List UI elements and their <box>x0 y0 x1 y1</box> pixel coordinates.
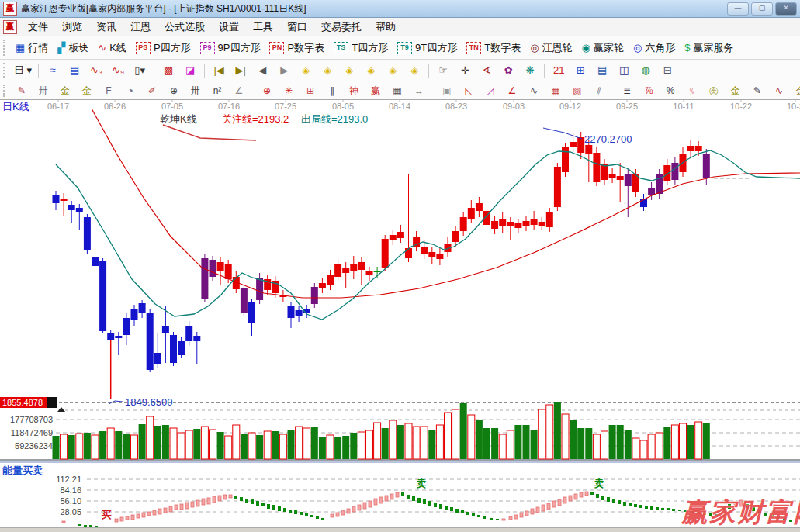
red-grid-arrow-icon[interactable]: ▧ <box>567 83 587 98</box>
menu-item-文件[interactable]: 文件 <box>21 19 55 36</box>
pattern-icon[interactable]: ▩ <box>158 62 178 79</box>
menu-item-浏览[interactable]: 浏览 <box>55 19 89 36</box>
menu-item-工具[interactable]: 工具 <box>246 19 280 36</box>
last-bar-icon[interactable]: ▶| <box>230 62 251 79</box>
number-grid-icon[interactable]: ▦ <box>387 83 407 98</box>
fan-down-icon[interactable]: ◺ <box>459 83 479 98</box>
gann-brain-icon[interactable]: ❋ <box>520 62 540 79</box>
toolbar-button-六角形[interactable]: ◎六角形 <box>629 40 680 57</box>
shen-tool-icon[interactable]: 神 <box>344 83 364 98</box>
menu-item-窗口[interactable]: 窗口 <box>280 19 314 36</box>
marker-pen-icon[interactable]: ✐ <box>142 83 162 98</box>
gann-diamond-star-icon[interactable]: ◈ <box>383 62 403 79</box>
sketch-pen-icon[interactable]: ✎ <box>747 83 767 98</box>
bottom-scrollbar[interactable] <box>0 527 800 532</box>
toolbar-button-赢家服务[interactable]: $赢家服务 <box>680 40 738 57</box>
compass-circle-icon[interactable]: ⊕ <box>164 83 184 98</box>
minimize-button[interactable]: — <box>727 2 749 16</box>
gann-diamond-right-icon[interactable]: ◈ <box>317 62 338 79</box>
box-tool-icon[interactable]: ▣ <box>437 83 457 98</box>
percent-icon[interactable]: % <box>660 83 681 98</box>
red-grid-icon[interactable]: ▦ <box>545 83 566 98</box>
fib-grid-icon[interactable]: F <box>99 83 119 98</box>
chart-area[interactable]: 06-1706-2607-0507-1607-2508-0508-1408-23… <box>0 99 800 527</box>
calendar-icon[interactable]: 21 <box>549 62 569 79</box>
menu-item-交易委托[interactable]: 交易委托 <box>314 19 369 36</box>
grid-box-icon[interactable]: ⊞ <box>300 83 320 98</box>
toolbar-button-T四方形[interactable]: TST四方形 <box>329 40 393 57</box>
n-square-icon[interactable]: n² <box>207 83 227 98</box>
star-burst-icon[interactable]: ✳ <box>279 83 299 98</box>
double-line-icon[interactable]: ∥ <box>322 83 342 98</box>
fan-up-icon[interactable]: ◿ <box>480 83 500 98</box>
toolbar-button-P数字表[interactable]: PNP数字表 <box>265 40 329 57</box>
gold-ratio2-icon[interactable]: 金 <box>77 83 97 98</box>
close-button[interactable]: ✕ <box>775 2 797 16</box>
toolbar-button-P四方形[interactable]: PSP四方形 <box>131 40 196 57</box>
angle-icon[interactable]: ∠ <box>229 83 249 98</box>
candle-style-dropdown[interactable]: ▯▾ <box>130 62 150 79</box>
volume-bar <box>154 426 161 459</box>
web-icon[interactable]: ◍ <box>635 62 656 79</box>
toolbar-grip[interactable] <box>3 63 8 78</box>
volume-bar <box>288 430 295 459</box>
scale-bars-icon[interactable]: ≣ <box>617 83 637 98</box>
menu-item-公式选股[interactable]: 公式选股 <box>158 19 212 36</box>
gann-tick-grid-icon[interactable]: 卅 <box>33 83 54 98</box>
zigzag-icon[interactable]: ≈ <box>43 62 63 79</box>
percent-line-icon[interactable]: ﹪ <box>682 83 702 98</box>
calculator-icon[interactable]: ⊞ <box>570 62 590 79</box>
win-tool-icon[interactable]: 赢 <box>365 83 386 98</box>
gann-diamond-h-icon[interactable]: ◈ <box>339 62 359 79</box>
info-list-icon[interactable]: ▤ <box>64 62 85 79</box>
gold-line-icon[interactable]: 金 <box>726 83 746 98</box>
next-bar-icon[interactable]: ▶ <box>274 62 294 79</box>
gann-diamond-left-icon[interactable]: ◈ <box>296 62 316 79</box>
wave-3-icon[interactable]: ∿₃ <box>86 62 106 79</box>
angle-line-icon[interactable]: ∠ <box>502 83 522 98</box>
notepad-icon[interactable]: ▤ <box>592 62 612 79</box>
draw-pen-icon[interactable]: ✎ <box>12 83 32 98</box>
toolbar-button-江恩轮[interactable]: ◎江恩轮 <box>525 40 577 57</box>
period-day-dropdown[interactable]: 日 ▾ <box>12 62 34 79</box>
maximize-button[interactable]: ▢ <box>751 2 773 16</box>
target-cross-icon[interactable]: ⊕ <box>257 83 277 98</box>
gold-ratio-icon[interactable]: 金 <box>55 83 75 98</box>
cycle-tool-icon[interactable]: ✿ <box>498 62 518 79</box>
wave-avg-icon[interactable]: ∿ <box>769 83 789 98</box>
gann-diamond-x-icon[interactable]: ◈ <box>361 62 381 79</box>
menu-item-资讯[interactable]: 资讯 <box>89 19 123 36</box>
menu-item-设置[interactable]: 设置 <box>212 19 246 36</box>
toolbar-button-板块[interactable]: ▞板块 <box>53 40 93 57</box>
print-icon[interactable]: ⊟ <box>657 62 677 79</box>
gann-diamond-cross-icon[interactable]: ◈ <box>404 62 424 79</box>
toolbar-button-K线[interactable]: ∿K线 <box>93 40 131 57</box>
parallel-lines-icon[interactable]: ⫽ <box>589 83 609 98</box>
prev-bar-icon[interactable]: ◀ <box>252 62 272 79</box>
pan-hand-icon[interactable]: ☞ <box>433 62 453 79</box>
tick-grid2-icon[interactable]: 卅 <box>185 83 206 98</box>
toolbar-button-T数字表[interactable]: TNT数字表 <box>462 40 525 57</box>
toolbar-button-赢家轮[interactable]: ◉赢家轮 <box>577 40 629 57</box>
first-bar-icon[interactable]: |◀ <box>209 62 229 79</box>
toolbar-button-9P四方形[interactable]: P99P四方形 <box>196 40 265 57</box>
wave-tool-icon[interactable]: ∿ <box>524 83 544 98</box>
profile-chart-icon[interactable]: ◪ <box>180 62 200 79</box>
angle-measure-icon[interactable]: ∢ <box>476 62 497 79</box>
seven-eighths-icon[interactable]: ⅞ <box>639 83 659 98</box>
toolbar-button-行情[interactable]: ▦行情 <box>11 40 53 57</box>
kline-chart[interactable]: 06-1706-2607-0507-1607-2508-0508-1408-23… <box>0 99 800 527</box>
toolbar-grip[interactable] <box>3 85 8 98</box>
wave-9-icon[interactable]: ∿₉ <box>108 62 128 79</box>
width-arrow-icon[interactable]: ↔ <box>409 83 429 98</box>
menu-item-帮助[interactable]: 帮助 <box>369 19 403 36</box>
toolbar-grip[interactable] <box>3 40 8 55</box>
spiral-icon[interactable]: ◔ <box>120 83 140 98</box>
menu-item-江恩[interactable]: 江恩 <box>123 19 158 36</box>
crosshair-icon[interactable]: ✛ <box>455 62 475 79</box>
toolbar-button-9T四方形[interactable]: T99T四方形 <box>393 40 462 57</box>
title-bar[interactable]: 赢 赢家江恩专业版[赢家内部服务平台] - [上证指数 SH1A0001-111… <box>0 0 800 18</box>
gold-line2-icon[interactable]: 金 <box>791 83 800 98</box>
gold-circle-icon[interactable]: ㊎ <box>704 83 724 98</box>
save-icon[interactable]: ◫ <box>614 62 634 79</box>
